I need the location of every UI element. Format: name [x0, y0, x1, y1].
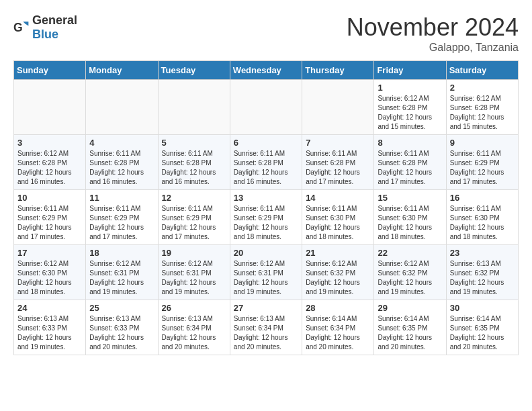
- calendar-cell: 22Sunrise: 6:12 AM Sunset: 6:32 PM Dayli…: [374, 245, 446, 300]
- day-number: 8: [378, 138, 442, 148]
- day-info: Sunrise: 6:12 AM Sunset: 6:31 PM Dayligh…: [162, 259, 226, 297]
- logo-text: General Blue: [32, 13, 77, 42]
- calendar-cell: 15Sunrise: 6:11 AM Sunset: 6:30 PM Dayli…: [374, 190, 446, 245]
- logo-general: General: [32, 13, 77, 27]
- day-number: 9: [450, 138, 515, 148]
- day-number: 27: [234, 303, 298, 313]
- col-header-thursday: Thursday: [302, 61, 374, 80]
- calendar-header-row: SundayMondayTuesdayWednesdayThursdayFrid…: [14, 61, 519, 80]
- calendar-week-row: 10Sunrise: 6:11 AM Sunset: 6:29 PM Dayli…: [14, 190, 519, 245]
- day-number: 1: [378, 83, 442, 93]
- day-info: Sunrise: 6:12 AM Sunset: 6:32 PM Dayligh…: [306, 259, 370, 297]
- day-info: Sunrise: 6:11 AM Sunset: 6:30 PM Dayligh…: [306, 204, 370, 242]
- calendar-cell: 2Sunrise: 6:12 AM Sunset: 6:28 PM Daylig…: [446, 80, 518, 135]
- calendar-cell: 27Sunrise: 6:13 AM Sunset: 6:34 PM Dayli…: [230, 300, 302, 355]
- day-number: 29: [378, 303, 442, 313]
- day-info: Sunrise: 6:11 AM Sunset: 6:28 PM Dayligh…: [306, 149, 370, 187]
- day-info: Sunrise: 6:11 AM Sunset: 6:28 PM Dayligh…: [162, 149, 226, 187]
- month-title: November 2024: [347, 13, 519, 42]
- day-info: Sunrise: 6:11 AM Sunset: 6:28 PM Dayligh…: [89, 149, 154, 187]
- day-number: 20: [234, 248, 298, 258]
- day-number: 13: [234, 193, 298, 203]
- day-number: 11: [89, 193, 154, 203]
- calendar-week-row: 24Sunrise: 6:13 AM Sunset: 6:33 PM Dayli…: [14, 300, 519, 355]
- calendar-week-row: 3Sunrise: 6:12 AM Sunset: 6:28 PM Daylig…: [14, 135, 519, 190]
- calendar-cell: 26Sunrise: 6:13 AM Sunset: 6:34 PM Dayli…: [158, 300, 230, 355]
- day-number: 10: [17, 193, 82, 203]
- day-info: Sunrise: 6:11 AM Sunset: 6:29 PM Dayligh…: [162, 204, 226, 242]
- calendar-cell: 20Sunrise: 6:12 AM Sunset: 6:31 PM Dayli…: [230, 245, 302, 300]
- day-number: 24: [17, 303, 82, 313]
- day-info: Sunrise: 6:12 AM Sunset: 6:28 PM Dayligh…: [378, 94, 442, 132]
- calendar-cell: 9Sunrise: 6:11 AM Sunset: 6:29 PM Daylig…: [446, 135, 518, 190]
- day-number: 30: [450, 303, 515, 313]
- col-header-tuesday: Tuesday: [158, 61, 230, 80]
- col-header-monday: Monday: [86, 61, 158, 80]
- calendar-cell: [158, 80, 230, 135]
- day-number: 22: [378, 248, 442, 258]
- calendar-cell: 29Sunrise: 6:14 AM Sunset: 6:35 PM Dayli…: [374, 300, 446, 355]
- day-info: Sunrise: 6:12 AM Sunset: 6:31 PM Dayligh…: [234, 259, 298, 297]
- calendar-cell: [230, 80, 302, 135]
- calendar-week-row: 17Sunrise: 6:12 AM Sunset: 6:30 PM Dayli…: [14, 245, 519, 300]
- calendar-cell: 30Sunrise: 6:14 AM Sunset: 6:35 PM Dayli…: [446, 300, 518, 355]
- day-number: 7: [306, 138, 370, 148]
- day-info: Sunrise: 6:11 AM Sunset: 6:28 PM Dayligh…: [234, 149, 298, 187]
- day-number: 4: [89, 138, 154, 148]
- calendar-cell: 28Sunrise: 6:14 AM Sunset: 6:34 PM Dayli…: [302, 300, 374, 355]
- logo-icon: G: [13, 19, 30, 36]
- calendar-cell: 10Sunrise: 6:11 AM Sunset: 6:29 PM Dayli…: [14, 190, 86, 245]
- header: G General Blue November 2024 Galappo, Ta…: [13, 13, 519, 54]
- calendar-cell: 24Sunrise: 6:13 AM Sunset: 6:33 PM Dayli…: [14, 300, 86, 355]
- day-info: Sunrise: 6:14 AM Sunset: 6:35 PM Dayligh…: [450, 314, 515, 352]
- day-number: 3: [17, 138, 82, 148]
- title-area: November 2024 Galappo, Tanzania: [347, 13, 519, 54]
- day-info: Sunrise: 6:11 AM Sunset: 6:30 PM Dayligh…: [450, 204, 515, 242]
- col-header-sunday: Sunday: [14, 61, 86, 80]
- day-info: Sunrise: 6:11 AM Sunset: 6:30 PM Dayligh…: [378, 204, 442, 242]
- calendar-cell: 4Sunrise: 6:11 AM Sunset: 6:28 PM Daylig…: [86, 135, 158, 190]
- day-info: Sunrise: 6:13 AM Sunset: 6:32 PM Dayligh…: [450, 259, 515, 297]
- day-info: Sunrise: 6:11 AM Sunset: 6:29 PM Dayligh…: [89, 204, 154, 242]
- calendar-cell: 21Sunrise: 6:12 AM Sunset: 6:32 PM Dayli…: [302, 245, 374, 300]
- calendar-cell: 23Sunrise: 6:13 AM Sunset: 6:32 PM Dayli…: [446, 245, 518, 300]
- calendar-cell: 19Sunrise: 6:12 AM Sunset: 6:31 PM Dayli…: [158, 245, 230, 300]
- day-number: 28: [306, 303, 370, 313]
- calendar-cell: 1Sunrise: 6:12 AM Sunset: 6:28 PM Daylig…: [374, 80, 446, 135]
- day-info: Sunrise: 6:13 AM Sunset: 6:33 PM Dayligh…: [17, 314, 82, 352]
- col-header-saturday: Saturday: [446, 61, 518, 80]
- calendar-cell: 14Sunrise: 6:11 AM Sunset: 6:30 PM Dayli…: [302, 190, 374, 245]
- calendar-cell: [302, 80, 374, 135]
- day-number: 26: [162, 303, 226, 313]
- location-subtitle: Galappo, Tanzania: [347, 42, 519, 54]
- logo: G General Blue: [13, 13, 77, 42]
- day-info: Sunrise: 6:13 AM Sunset: 6:34 PM Dayligh…: [162, 314, 226, 352]
- day-number: 23: [450, 248, 515, 258]
- day-info: Sunrise: 6:12 AM Sunset: 6:28 PM Dayligh…: [17, 149, 82, 187]
- day-number: 12: [162, 193, 226, 203]
- calendar-cell: 12Sunrise: 6:11 AM Sunset: 6:29 PM Dayli…: [158, 190, 230, 245]
- day-info: Sunrise: 6:13 AM Sunset: 6:33 PM Dayligh…: [89, 314, 154, 352]
- day-info: Sunrise: 6:12 AM Sunset: 6:32 PM Dayligh…: [378, 259, 442, 297]
- calendar-cell: [86, 80, 158, 135]
- calendar-cell: 8Sunrise: 6:11 AM Sunset: 6:28 PM Daylig…: [374, 135, 446, 190]
- calendar-cell: 5Sunrise: 6:11 AM Sunset: 6:28 PM Daylig…: [158, 135, 230, 190]
- svg-text:G: G: [13, 21, 23, 34]
- day-number: 17: [17, 248, 82, 258]
- logo-blue: Blue: [32, 28, 58, 41]
- day-number: 2: [450, 83, 515, 93]
- day-info: Sunrise: 6:11 AM Sunset: 6:29 PM Dayligh…: [450, 149, 515, 187]
- day-number: 21: [306, 248, 370, 258]
- calendar-cell: 25Sunrise: 6:13 AM Sunset: 6:33 PM Dayli…: [86, 300, 158, 355]
- day-number: 6: [234, 138, 298, 148]
- calendar-cell: 6Sunrise: 6:11 AM Sunset: 6:28 PM Daylig…: [230, 135, 302, 190]
- day-number: 18: [89, 248, 154, 258]
- day-number: 5: [162, 138, 226, 148]
- calendar-table: SundayMondayTuesdayWednesdayThursdayFrid…: [13, 60, 519, 355]
- day-info: Sunrise: 6:12 AM Sunset: 6:28 PM Dayligh…: [450, 94, 515, 132]
- calendar-cell: 18Sunrise: 6:12 AM Sunset: 6:31 PM Dayli…: [86, 245, 158, 300]
- day-number: 25: [89, 303, 154, 313]
- day-info: Sunrise: 6:11 AM Sunset: 6:29 PM Dayligh…: [17, 204, 82, 242]
- calendar-week-row: 1Sunrise: 6:12 AM Sunset: 6:28 PM Daylig…: [14, 80, 519, 135]
- day-info: Sunrise: 6:11 AM Sunset: 6:28 PM Dayligh…: [378, 149, 442, 187]
